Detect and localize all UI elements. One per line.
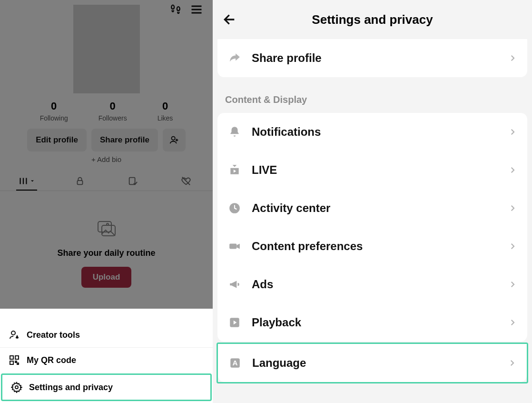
sheet-item-qr-code[interactable]: My QR code [0, 347, 213, 373]
item-label: Activity center [252, 202, 517, 215]
gear-icon [11, 382, 22, 393]
svg-rect-8 [15, 356, 19, 359]
chevron-right-icon [508, 242, 517, 251]
item-label: Content preferences [252, 240, 517, 253]
chevron-right-icon [508, 54, 517, 62]
svg-rect-7 [10, 356, 13, 359]
item-activity-center[interactable]: Activity center [217, 189, 527, 227]
svg-rect-9 [10, 361, 13, 364]
item-ads[interactable]: Ads [217, 265, 527, 303]
item-share-profile[interactable]: Share profile [217, 39, 527, 77]
sheet-label: My QR code [27, 355, 76, 365]
highlight-language: A Language [217, 343, 528, 383]
item-content-preferences[interactable]: Content preferences [217, 227, 527, 265]
chevron-right-icon [508, 204, 517, 212]
item-label: LIVE [252, 163, 517, 177]
svg-rect-10 [15, 361, 17, 363]
share-icon [228, 51, 241, 65]
chevron-right-icon [508, 166, 517, 174]
item-live[interactable]: LIVE [217, 151, 527, 189]
settings-header: Settings and privacy [213, 0, 532, 39]
svg-rect-14 [229, 244, 236, 249]
bottom-sheet: Creator tools My QR code Settings and pr… [0, 315, 213, 403]
item-label: Share profile [252, 51, 517, 65]
item-label: Ads [252, 278, 517, 291]
play-icon [228, 316, 241, 329]
creator-icon [9, 329, 20, 341]
sheet-label: Settings and privacy [29, 383, 113, 393]
sheet-item-creator-tools[interactable]: Creator tools [0, 322, 213, 347]
page-title: Settings and privacy [213, 12, 532, 27]
item-language[interactable]: A Language [218, 344, 527, 382]
sheet-label: Creator tools [27, 330, 80, 340]
video-icon [228, 240, 241, 253]
card-account-bottom: Share profile [217, 39, 527, 77]
item-label: Playback [252, 316, 517, 329]
profile-screen: 0 Following 0 Followers 0 Likes Edit pro… [0, 0, 213, 403]
item-playback[interactable]: Playback [217, 303, 527, 342]
sheet-item-settings[interactable]: Settings and privacy [1, 373, 212, 401]
chevron-right-icon [508, 128, 517, 136]
megaphone-icon [228, 278, 241, 291]
settings-screen: Settings and privacy Share profile Conte… [213, 0, 532, 403]
clock-icon [228, 202, 241, 215]
qr-icon [9, 354, 20, 366]
bell-icon [228, 125, 241, 139]
back-button[interactable] [222, 12, 237, 27]
chevron-right-icon [508, 318, 517, 327]
section-header: Content & Display [213, 77, 532, 113]
item-label: Language [252, 356, 516, 370]
card-content-display: Notifications LIVE Activity center Conte… [217, 113, 527, 342]
svg-rect-11 [17, 363, 19, 364]
language-icon: A [228, 356, 242, 370]
svg-text:A: A [233, 359, 238, 367]
item-label: Notifications [252, 125, 517, 139]
chevron-right-icon [508, 280, 517, 289]
item-notifications[interactable]: Notifications [217, 113, 527, 151]
chevron-right-icon [508, 359, 516, 367]
live-icon [228, 163, 241, 177]
modal-backdrop[interactable] [0, 0, 213, 309]
svg-point-6 [11, 331, 15, 335]
svg-point-12 [15, 386, 18, 389]
